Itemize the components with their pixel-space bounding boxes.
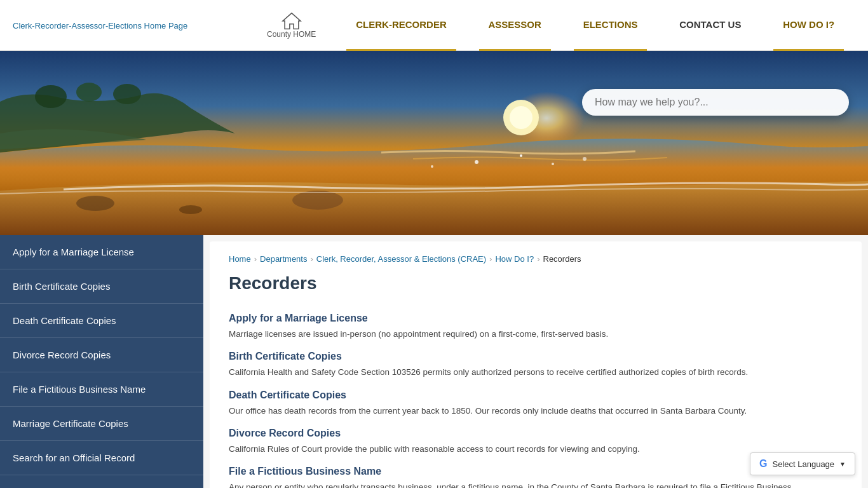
svg-point-4: [35, 85, 67, 108]
svg-point-14: [431, 165, 433, 168]
svg-point-7: [76, 196, 114, 211]
section-marriage-license: Apply for a Marriage License Marriage li…: [229, 313, 843, 341]
hero-search-area: [582, 89, 849, 116]
section-divorce-record: Divorce Record Copies California Rules o…: [229, 428, 843, 456]
page-title: Recorders: [229, 273, 843, 300]
content-area: Home › Departments › Clerk, Recorder, As…: [203, 235, 868, 488]
breadcrumb-sep-4: ›: [537, 254, 539, 264]
hero-banner: [0, 51, 868, 235]
logo-area: Clerk-Recorder-Assessor-Elections Home P…: [13, 20, 267, 31]
breadcrumb-sep-2: ›: [310, 254, 313, 264]
sidebar-item-marriage-license[interactable]: Apply for a Marriage License: [0, 235, 203, 269]
translate-chevron-icon: ▼: [839, 461, 846, 468]
section-desc-fictitious-business: Any person or entity who regularly trans…: [229, 481, 843, 488]
breadcrumb-current: Recorders: [543, 254, 581, 264]
breadcrumb-crae[interactable]: Clerk, Recorder, Assessor & Elections (C…: [316, 254, 486, 264]
sidebar-item-fictitious-business[interactable]: File a Fictitious Business Name: [0, 372, 203, 407]
beach-image: [0, 51, 868, 235]
svg-point-5: [76, 83, 102, 102]
section-title-divorce-record[interactable]: Divorce Record Copies: [229, 428, 843, 439]
content-inner: Home › Departments › Clerk, Recorder, As…: [210, 241, 862, 488]
sidebar-item-marriage-cert[interactable]: Marriage Certificate Copies: [0, 407, 203, 441]
svg-point-8: [179, 205, 202, 214]
header: Clerk-Recorder-Assessor-Elections Home P…: [0, 0, 868, 51]
section-death-cert: Death Certificate Copies Our office has …: [229, 390, 843, 417]
nav-assessor[interactable]: ASSESSOR: [479, 0, 551, 51]
section-desc-birth-cert: California Health and Safety Code Sectio…: [229, 366, 843, 379]
svg-point-12: [552, 163, 554, 165]
logo-link[interactable]: Clerk-Recorder-Assessor-Elections Home P…: [13, 21, 187, 30]
main-nav: CLERK-RECORDER ASSESSOR ELECTIONS CONTAC…: [335, 0, 855, 51]
home-nav[interactable]: County HOME: [267, 12, 316, 39]
breadcrumb: Home › Departments › Clerk, Recorder, As…: [229, 254, 843, 264]
search-input[interactable]: [595, 97, 836, 108]
translate-widget[interactable]: G Select Language ▼: [750, 452, 855, 475]
nav-clerk-recorder[interactable]: CLERK-RECORDER: [346, 0, 456, 51]
sidebar-item-official-record[interactable]: Search for an Official Record: [0, 441, 203, 475]
svg-point-11: [520, 154, 522, 157]
svg-point-6: [113, 84, 141, 104]
breadcrumb-sep-1: ›: [254, 254, 257, 264]
breadcrumb-how-do-i[interactable]: How Do I?: [495, 254, 534, 264]
section-desc-marriage-license: Marriage licenses are issued in-person (…: [229, 328, 843, 341]
section-title-birth-cert[interactable]: Birth Certificate Copies: [229, 351, 843, 362]
breadcrumb-departments[interactable]: Departments: [260, 254, 307, 264]
breadcrumb-sep-3: ›: [489, 254, 492, 264]
svg-point-9: [292, 191, 343, 210]
section-title-marriage-license[interactable]: Apply for a Marriage License: [229, 313, 843, 324]
home-label: County HOME: [267, 30, 316, 39]
translate-label: Select Language: [773, 459, 835, 469]
nav-elections[interactable]: ELECTIONS: [574, 0, 648, 51]
nav-how-do-i[interactable]: HOW DO I?: [773, 0, 844, 51]
sidebar-item-death-cert[interactable]: Death Certificate Copies: [0, 304, 203, 338]
section-desc-death-cert: Our office has death records from the cu…: [229, 405, 843, 417]
sidebar-item-birth-cert[interactable]: Birth Certificate Copies: [0, 269, 203, 304]
sidebar: Apply for a Marriage License Birth Certi…: [0, 235, 203, 488]
nav-contact-us[interactable]: CONTACT US: [670, 0, 750, 51]
section-title-death-cert[interactable]: Death Certificate Copies: [229, 390, 843, 401]
sidebar-item-divorce-record[interactable]: Divorce Record Copies: [0, 338, 203, 372]
main-layout: Apply for a Marriage License Birth Certi…: [0, 235, 868, 488]
svg-point-3: [510, 106, 532, 129]
home-icon: [281, 12, 302, 30]
svg-point-13: [583, 157, 587, 161]
search-wrapper: [582, 89, 849, 116]
breadcrumb-home[interactable]: Home: [229, 254, 251, 264]
section-birth-cert: Birth Certificate Copies California Heal…: [229, 351, 843, 379]
svg-point-10: [475, 160, 478, 164]
translate-icon: G: [759, 458, 767, 470]
